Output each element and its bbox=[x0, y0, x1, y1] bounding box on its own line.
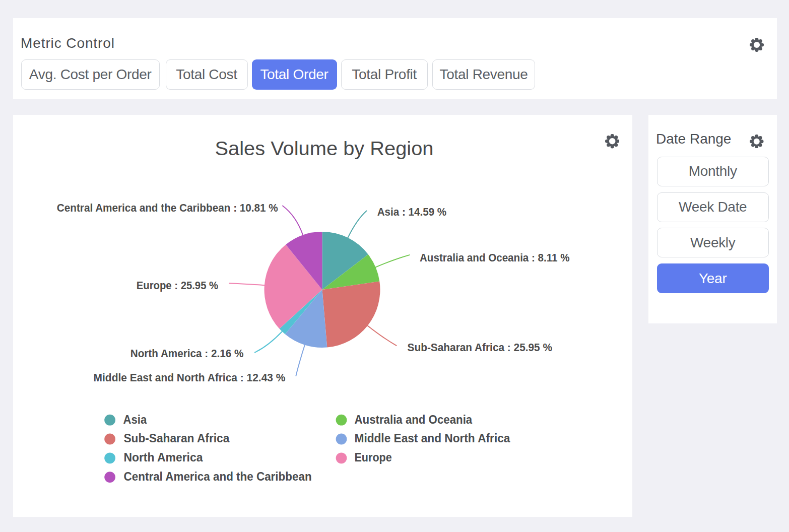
svg-text:Central America and the Caribb: Central America and the Caribbean : 10.8… bbox=[57, 202, 278, 214]
svg-text:Europe: Europe bbox=[355, 450, 392, 464]
svg-text:Sub-Saharan Africa : 25.95 %: Sub-Saharan Africa : 25.95 % bbox=[408, 342, 552, 354]
svg-text:Europe : 25.95 %: Europe : 25.95 % bbox=[137, 280, 218, 292]
svg-text:North America: North America bbox=[123, 450, 203, 464]
svg-text:Middle East and North Africa :: Middle East and North Africa : 12.43 % bbox=[94, 372, 286, 384]
svg-text:Asia: Asia bbox=[123, 413, 147, 426]
svg-text:Asia : 14.59 %: Asia : 14.59 % bbox=[377, 206, 447, 218]
svg-text:North America : 2.16 %: North America : 2.16 % bbox=[130, 348, 244, 360]
svg-text:Central America and the Caribb: Central America and the Caribbean bbox=[124, 470, 312, 483]
svg-text:Australia and Oceania: Australia and Oceania bbox=[355, 413, 473, 426]
svg-text:Sales Volume by Region: Sales Volume by Region bbox=[215, 138, 434, 159]
svg-text:Australia and Oceania : 8.11 %: Australia and Oceania : 8.11 % bbox=[420, 252, 570, 264]
svg-text:Sub-Saharan Africa: Sub-Saharan Africa bbox=[123, 431, 229, 445]
svg-text:Middle East and North Africa: Middle East and North Africa bbox=[355, 431, 510, 445]
